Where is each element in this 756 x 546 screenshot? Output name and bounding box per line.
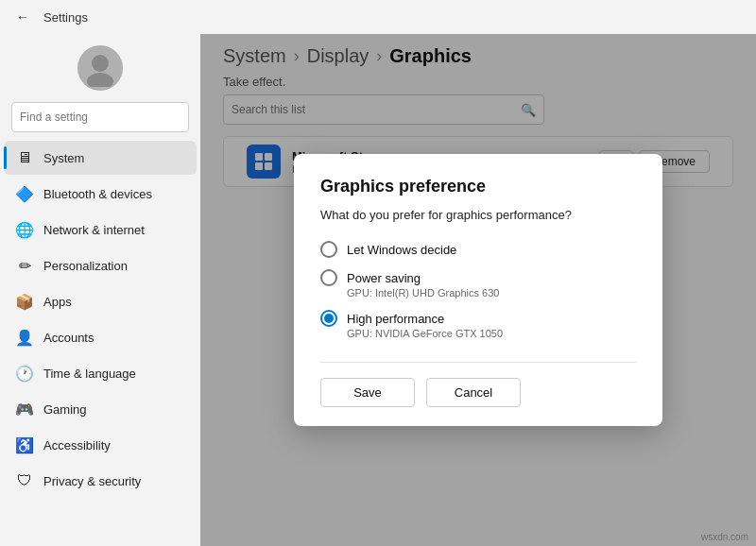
svg-point-1 <box>87 73 113 87</box>
radio-option-windows[interactable]: Let Windows decide <box>320 237 636 262</box>
main-layout: 🖥 System 🔷 Bluetooth & devices 🌐 Network… <box>0 34 756 546</box>
privacy-icon: 🛡 <box>15 471 34 490</box>
radio-circle-high-performance <box>320 310 337 327</box>
sidebar-item-apps[interactable]: 📦 Apps <box>4 284 197 318</box>
radio-sublabel-high-performance: GPU: NVIDIA GeForce GTX 1050 <box>347 328 636 339</box>
radio-group: Let Windows decide Power saving GPU: Int… <box>320 237 636 343</box>
radio-sublabel-power-saving: GPU: Intel(R) UHD Graphics 630 <box>347 287 636 299</box>
network-icon: 🌐 <box>15 220 34 239</box>
radio-circle-power-saving <box>320 269 337 286</box>
cancel-button[interactable]: Cancel <box>426 378 521 407</box>
sidebar-label-privacy: Privacy & security <box>43 474 141 488</box>
sidebar-label-accounts: Accounts <box>43 331 94 345</box>
sidebar-item-privacy[interactable]: 🛡 Privacy & security <box>4 464 197 498</box>
back-icon: ← <box>16 9 29 25</box>
sidebar-label-network: Network & internet <box>43 223 145 237</box>
gaming-icon: 🎮 <box>15 400 34 418</box>
sidebar-item-bluetooth[interactable]: 🔷 Bluetooth & devices <box>4 177 197 211</box>
sidebar-item-personalization[interactable]: ✏ Personalization <box>4 248 197 282</box>
sidebar-label-system: System <box>43 151 84 165</box>
sidebar-item-gaming[interactable]: 🎮 Gaming <box>4 392 197 426</box>
sidebar-search-input[interactable] <box>20 111 180 124</box>
system-icon: 🖥 <box>15 148 34 167</box>
sidebar-label-gaming: Gaming <box>43 402 87 417</box>
sidebar-label-bluetooth: Bluetooth & devices <box>43 187 152 201</box>
sidebar: 🖥 System 🔷 Bluetooth & devices 🌐 Network… <box>0 34 200 546</box>
modal-actions: Save Cancel <box>320 378 636 407</box>
sidebar-item-accounts[interactable]: 👤 Accounts <box>4 320 197 354</box>
modal-question: What do you prefer for graphics performa… <box>320 208 636 222</box>
sidebar-item-network[interactable]: 🌐 Network & internet <box>4 213 197 247</box>
bluetooth-icon: 🔷 <box>15 184 34 203</box>
graphics-preference-dialog: Graphics preference What do you prefer f… <box>294 154 662 426</box>
sidebar-item-accessibility[interactable]: ♿ Accessibility <box>4 428 197 462</box>
svg-point-0 <box>92 55 109 72</box>
modal-title: Graphics preference <box>320 177 636 196</box>
app-title: Settings <box>43 10 88 25</box>
modal-overlay: Graphics preference What do you prefer f… <box>200 34 756 546</box>
avatar <box>77 45 123 91</box>
radio-row-windows[interactable]: Let Windows decide <box>320 241 636 258</box>
back-button[interactable]: ← <box>11 6 34 28</box>
radio-option-high-performance[interactable]: High performance GPU: NVIDIA GeForce GTX… <box>320 306 636 343</box>
radio-label-high-performance: High performance <box>347 312 444 326</box>
title-bar: ← Settings <box>0 0 756 34</box>
radio-label-windows: Let Windows decide <box>347 243 456 257</box>
sidebar-label-time: Time & language <box>43 367 136 381</box>
radio-row-high-performance[interactable]: High performance <box>320 310 636 327</box>
sidebar-item-system[interactable]: 🖥 System <box>4 141 197 175</box>
apps-icon: 📦 <box>15 292 34 311</box>
radio-row-power-saving[interactable]: Power saving <box>320 269 636 286</box>
content-area: System › Display › Graphics Take effect.… <box>200 34 756 546</box>
time-icon: 🕐 <box>15 364 34 383</box>
sidebar-label-personalization: Personalization <box>43 259 128 273</box>
accessibility-icon: ♿ <box>15 435 34 454</box>
modal-divider <box>320 362 636 363</box>
personalization-icon: ✏ <box>15 256 34 275</box>
sidebar-search-box[interactable] <box>11 102 189 132</box>
save-button[interactable]: Save <box>320 378 415 407</box>
sidebar-label-apps: Apps <box>43 295 72 309</box>
sidebar-item-time[interactable]: 🕐 Time & language <box>4 356 197 390</box>
radio-label-power-saving: Power saving <box>347 271 421 285</box>
radio-option-power-saving[interactable]: Power saving GPU: Intel(R) UHD Graphics … <box>320 265 636 302</box>
radio-circle-windows <box>320 241 337 258</box>
sidebar-label-accessibility: Accessibility <box>43 438 111 452</box>
accounts-icon: 👤 <box>15 328 34 347</box>
